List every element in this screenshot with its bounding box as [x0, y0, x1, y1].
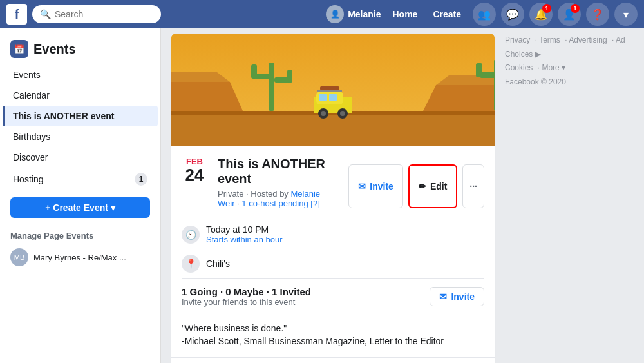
starts-within-text: Starts within an hour — [206, 235, 283, 244]
footer-terms-link[interactable]: Terms — [539, 35, 560, 44]
invite-button[interactable]: ✉ Invite — [348, 164, 403, 208]
sidebar-title: Events — [33, 42, 76, 57]
event-actions: ✉ Invite ✏ Edit ··· — [348, 164, 484, 208]
main-content: FEB 24 This is ANOTHER event Private · H… — [161, 28, 644, 363]
event-description: "Where business is done." -Michael Scott… — [171, 315, 495, 357]
event-cover-image — [171, 34, 495, 146]
page-avatar: MB — [10, 248, 28, 266]
messenger-icon-btn[interactable]: 💬 — [501, 3, 524, 26]
event-info-section: FEB 24 This is ANOTHER event Private · H… — [171, 146, 495, 219]
friend-requests-icon-btn[interactable]: 👤 1 — [558, 3, 581, 26]
event-date-block: FEB 24 — [182, 157, 207, 208]
friends-icon-btn[interactable]: 👥 — [473, 3, 496, 26]
svg-rect-21 — [329, 94, 337, 101]
user-profile-link[interactable]: 👤 Melanie — [326, 5, 381, 23]
event-time-row: 🕙 Today at 10 PM Starts within an hour — [171, 219, 495, 250]
footer-more-link[interactable]: More ▾ — [542, 63, 565, 72]
sidebar-item-calendar[interactable]: Calendar — [3, 85, 158, 106]
going-info: 1 Going · 0 Maybe · 1 Invited Invite you… — [182, 286, 311, 307]
more-options-button[interactable]: ··· — [462, 164, 484, 208]
location-icon: 📍 — [182, 255, 200, 273]
dropdown-icon-btn[interactable]: ▾ — [614, 3, 638, 26]
svg-rect-20 — [319, 94, 327, 101]
going-section: 1 Going · 0 Maybe · 1 Invited Invite you… — [171, 279, 495, 315]
footer-copyright: Facebook © 2020 — [505, 77, 566, 86]
clock-icon: 🕙 — [182, 226, 200, 244]
invite-button-2[interactable]: ✉ Invite — [430, 287, 484, 306]
event-content: FEB 24 This is ANOTHER event Private · H… — [171, 28, 495, 353]
notifications-icon-btn[interactable]: 🔔 1 — [529, 3, 553, 26]
sidebar-item-this-event[interactable]: This is ANOTHER event — [3, 106, 158, 126]
event-date-row: FEB 24 This is ANOTHER event Private · H… — [182, 157, 484, 208]
svg-point-25 — [340, 111, 345, 116]
page-item-mary-byrnes[interactable]: MB Mary Byrnes - Re/Max ... — [0, 244, 160, 270]
sidebar-item-hosting[interactable]: Hosting 1 — [3, 168, 158, 191]
avatar: 👤 — [326, 5, 344, 23]
layout: 📅 Events Events Calendar This is ANOTHER… — [0, 28, 644, 363]
sidebar-item-birthdays[interactable]: Birthdays — [3, 126, 158, 147]
svg-point-23 — [321, 111, 326, 116]
post-actions-bar: ✏ Write Post 🖼 Add Photo/Video 🎥 Live Vi… — [171, 357, 495, 363]
search-input[interactable] — [55, 9, 145, 19]
event-details: This is ANOTHER event Private · Hosted b… — [218, 157, 338, 208]
user-name: Melanie — [348, 9, 381, 19]
svg-rect-14 — [287, 70, 292, 83]
create-nav[interactable]: Create — [426, 5, 468, 23]
sidebar-header: 📅 Events — [0, 36, 160, 64]
svg-rect-12 — [251, 64, 257, 79]
event-time-label: Today at 10 PM — [206, 224, 283, 235]
svg-rect-27 — [320, 86, 339, 90]
home-nav[interactable]: Home — [386, 5, 424, 23]
svg-rect-10 — [269, 63, 274, 111]
svg-rect-11 — [254, 74, 274, 79]
header: f 🔍 👤 Melanie Home Create 👥 💬 🔔 1 👤 1 ❓ … — [0, 0, 644, 28]
sidebar-item-events[interactable]: Events — [3, 64, 158, 85]
event-cohost-link[interactable]: 1 co-host pending [?] — [242, 199, 319, 208]
event-privacy: Private — [218, 189, 243, 199]
svg-rect-15 — [494, 59, 495, 111]
search-icon: 🔍 — [40, 9, 51, 19]
sidebar: 📅 Events Events Calendar This is ANOTHER… — [0, 28, 161, 363]
event-location: Chili's — [206, 259, 230, 269]
footer-privacy-link[interactable]: Privacy — [505, 35, 530, 44]
notification-badge: 1 — [542, 4, 551, 13]
friend-requests-badge: 1 — [571, 4, 580, 13]
footer-advertising-link[interactable]: Advertising — [569, 35, 607, 44]
help-icon-btn[interactable]: ❓ — [586, 3, 609, 26]
event-location-row: 📍 Chili's — [171, 250, 495, 278]
facebook-logo[interactable]: f — [6, 4, 27, 25]
event-title: This is ANOTHER event — [218, 157, 338, 186]
hosting-badge: 1 — [135, 173, 147, 186]
create-event-button[interactable]: + Create Event ▾ — [10, 197, 150, 218]
svg-rect-17 — [476, 63, 482, 77]
event-card: FEB 24 This is ANOTHER event Private · H… — [171, 34, 495, 363]
event-time-info: Today at 10 PM Starts within an hour — [206, 224, 283, 244]
sidebar-item-discover[interactable]: Discover — [3, 147, 158, 168]
search-bar[interactable]: 🔍 — [32, 5, 161, 23]
description-line1: "Where business is done." — [182, 323, 484, 333]
main-nav: Home Create — [386, 5, 468, 23]
event-day: 24 — [185, 166, 204, 183]
right-panel: Privacy · Terms · Advertising · Ad Choic… — [505, 28, 634, 353]
desert-scene — [171, 34, 495, 146]
page-name: Mary Byrnes - Re/Max ... — [33, 253, 126, 262]
edit-button[interactable]: ✏ Edit — [408, 164, 457, 208]
going-sub: Invite your friends to this event — [182, 297, 311, 307]
description-line2: -Michael Scott, Small Businessman Magazi… — [182, 336, 484, 346]
footer-cookies-link[interactable]: Cookies — [505, 63, 533, 72]
events-calendar-icon: 📅 — [10, 40, 28, 58]
desert-svg — [171, 34, 495, 146]
footer-links: Privacy · Terms · Advertising · Ad Choic… — [505, 34, 634, 89]
event-meta: Private · Hosted by Melanie Weir · 1 co-… — [218, 189, 338, 208]
manage-page-events-label: Manage Page Events — [0, 224, 160, 244]
event-hosted-label: Hosted by — [251, 189, 289, 199]
going-title: 1 Going · 0 Maybe · 1 Invited — [182, 286, 311, 297]
svg-rect-1 — [171, 111, 495, 146]
